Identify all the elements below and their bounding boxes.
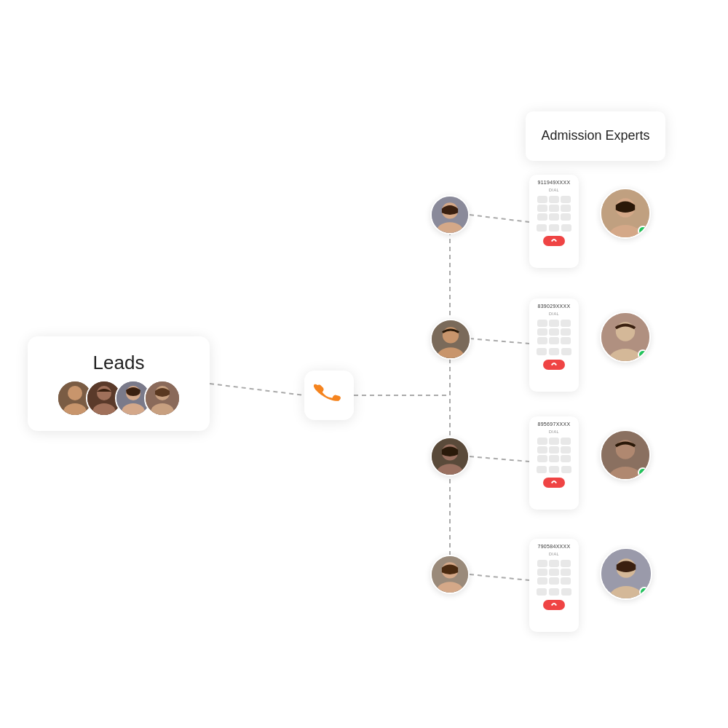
svg-line-7 [470,215,529,222]
online-indicator-1 [638,226,648,236]
leads-box: Leads [28,336,210,431]
end-call-btn-2[interactable] [543,360,565,370]
svg-line-8 [470,339,529,344]
end-call-btn-3[interactable] [543,478,565,488]
dialer-label-1: Dial [549,188,559,192]
dialer-grid-3 [537,438,571,462]
expert-avatar-4 [600,547,652,600]
lead-person-1 [430,195,470,234]
svg-line-9 [470,456,529,462]
lead-avatar-4 [144,380,181,416]
dialer-card-4: 790584XXXX Dial [529,539,579,632]
svg-point-12 [68,386,82,400]
dialer-card-2: 839029XXXX Dial [529,298,579,392]
svg-line-10 [470,574,529,580]
dialer-grid-1 [537,196,571,221]
phone-box [304,371,354,420]
expert-avatar-3 [600,430,651,480]
leads-avatars [57,380,181,416]
dialer-grid-4 [537,560,571,585]
lead-person-4 [430,555,470,594]
expert-avatar-1 [600,188,651,239]
lead-person-2 [430,319,471,360]
end-call-btn-1[interactable] [543,236,565,246]
dialer-number-1: 911949XXXX [537,180,570,185]
dialer-label-2: Dial [549,312,559,316]
online-indicator-3 [638,467,648,478]
dialer-card-1: 911949XXXX Dial [529,175,579,268]
dialer-label-3: Dial [549,430,559,434]
admission-experts-title: Admission Experts [541,127,649,144]
online-indicator-4 [639,587,649,597]
online-indicator-2 [638,349,648,360]
dialer-label-4: Dial [549,552,559,556]
dialer-number-4: 790584XXXX [537,544,570,549]
phone-icon [313,378,344,413]
dialer-card-3: 895697XXXX Dial [529,416,579,510]
dialer-number-3: 895697XXXX [537,422,570,427]
lead-person-3 [430,437,470,476]
dialer-number-2: 839029XXXX [537,304,570,309]
end-call-btn-4[interactable] [543,600,565,610]
leads-title: Leads [93,352,145,374]
admission-experts-box: Admission Experts [526,111,665,161]
expert-avatar-2 [600,312,651,363]
svg-line-0 [210,384,304,395]
svg-point-15 [97,386,111,400]
main-scene: Leads [0,0,728,728]
dialer-grid-2 [537,320,571,344]
